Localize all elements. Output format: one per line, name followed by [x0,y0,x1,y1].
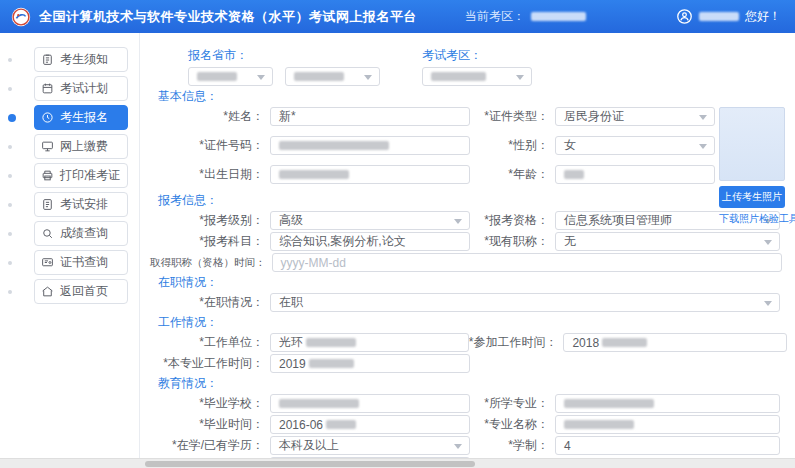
name-label: *姓名： [150,108,270,125]
sidebar-item-certificate-query[interactable]: 证书查询 [34,250,128,275]
app-window: 全国计算机技术与软件专业技术资格（水平）考试网上报名平台 当前考区： 您好！ [0,0,795,468]
school-system-field[interactable]: 4 [555,436,780,455]
user-avatar-icon[interactable] [676,8,693,25]
exam-district-label: 考试考区： [422,47,532,64]
sidebar-item-print-ticket[interactable]: 打印准考证 [34,163,128,188]
sidebar-item-exam-schedule[interactable]: 考试安排 [34,192,128,217]
redacted-value [294,72,344,81]
section-employment: *在职情况： 在职 [150,293,787,312]
redacted-value [279,170,349,179]
document-icon [41,198,54,211]
site-logo-icon [10,6,32,28]
birth-date-label: *出生日期： [150,166,270,183]
redacted-value [279,399,359,408]
section-work: *工作单位： 光环 *参加工作时间： 2018 *本专业工作时间： 2019 [150,333,787,373]
qualification-label: *报考资格： [470,212,555,229]
sidebar-item-label: 网上缴费 [60,138,108,155]
employment-status-select[interactable]: 在职 [270,293,780,312]
chevron-down-icon [454,444,462,449]
employer-label: *工作单位： [150,334,270,351]
work-start-label: *参加工作时间： [469,334,564,351]
education-level-label: *在学/已有学历： [150,437,270,454]
work-start-field[interactable]: 2018 [563,333,787,352]
age-field[interactable] [555,165,715,184]
sidebar-item-home[interactable]: 返回首页 [34,279,128,304]
major-name-label: *专业名称： [470,416,555,433]
redacted-value [326,420,356,429]
redacted-value [306,338,356,347]
brand: 全国计算机技术与软件专业技术资格（水平）考试网上报名平台 [10,6,417,28]
sidebar-item-online-payment[interactable]: 网上缴费 [34,134,128,159]
chevron-down-icon [764,301,772,306]
age-label: *年龄： [470,166,555,183]
id-number-label: *证件号码： [150,137,270,154]
current-title-label: *现有职称： [470,233,555,250]
user-info[interactable]: 您好！ [676,8,781,25]
upload-photo-button[interactable]: 上传考生照片 [719,186,785,208]
name-field[interactable]: 新* [270,107,470,126]
scrollbar-thumb[interactable] [145,461,475,467]
professional-time-field[interactable]: 2019 [270,354,470,373]
chevron-down-icon [257,75,265,80]
section-title-exam-info: 报考信息： [158,194,787,207]
registration-form: 报名省市： 考试考区： [140,33,795,468]
clock-icon [41,111,54,124]
current-title-select[interactable]: 无 [555,232,780,251]
title-time-field[interactable]: yyyy-MM-dd [272,253,782,272]
chevron-down-icon [516,75,524,80]
education-level-select[interactable]: 本科及以上 [270,436,470,455]
search-icon [41,227,54,240]
major-name-field[interactable] [555,415,780,434]
sidebar-item-label: 考试安排 [60,196,108,213]
current-region-value [531,12,586,21]
horizontal-scrollbar[interactable] [0,458,795,468]
chevron-down-icon [699,115,707,120]
id-type-select[interactable]: 居民身份证 [555,107,715,126]
sidebar-item-registration[interactable]: 考生报名 [34,105,128,130]
exam-level-label: *报考级别： [150,212,270,229]
province-label: 报名省市： [188,47,380,64]
redacted-value [564,399,654,408]
redacted-value [279,141,389,150]
province-select[interactable] [188,67,273,86]
major-studied-field[interactable] [555,394,780,413]
section-title-employment: 在职情况： [158,276,787,289]
sidebar-item-exam-plan[interactable]: 考试计划 [34,76,128,101]
subjects-field[interactable]: 综合知识,案例分析,论文 [270,232,470,251]
redacted-value [564,420,634,429]
professional-time-label: *本专业工作时间： [150,355,270,372]
city-select[interactable] [285,67,380,86]
id-number-field[interactable] [270,136,470,155]
gender-select[interactable]: 女 [555,136,715,155]
redacted-value [602,338,647,347]
school-label: *毕业学校： [150,395,270,412]
exam-level-select[interactable]: 高级 [270,211,470,230]
current-region: 当前考区： [465,8,586,25]
birth-date-field[interactable] [270,165,470,184]
monitor-icon [41,140,54,153]
graduation-time-field[interactable]: 2016-06 [270,415,470,434]
employer-field[interactable]: 光环 [270,333,469,352]
redacted-value [309,359,354,368]
exam-district-select[interactable] [422,67,532,86]
chevron-down-icon [764,240,772,245]
download-photo-tool-link[interactable]: 下载照片检验工具 [719,212,785,226]
sidebar-item-label: 考生须知 [60,51,108,68]
major-studied-label: *所学专业： [470,395,555,412]
chevron-down-icon [364,75,372,80]
current-region-label: 当前考区： [465,8,525,25]
calendar-icon [41,82,54,95]
title-time-label: 取得职称（资格）时间： [150,256,272,270]
region-select-row: 报名省市： 考试考区： [188,47,787,86]
greeting-text: 您好！ [745,8,781,25]
top-header: 全国计算机技术与软件专业技术资格（水平）考试网上报名平台 当前考区： 您好！ [0,0,795,33]
school-field[interactable] [270,394,470,413]
certificate-icon [41,256,54,269]
school-system-label: *学制： [470,437,555,454]
graduation-time-label: *毕业时间： [150,416,270,433]
redacted-value [197,72,237,81]
home-icon [41,285,54,298]
sidebar-item-notice[interactable]: 考生须知 [34,47,128,72]
sidebar-item-score-query[interactable]: 成绩查询 [34,221,128,246]
gender-label: *性别： [470,137,555,154]
